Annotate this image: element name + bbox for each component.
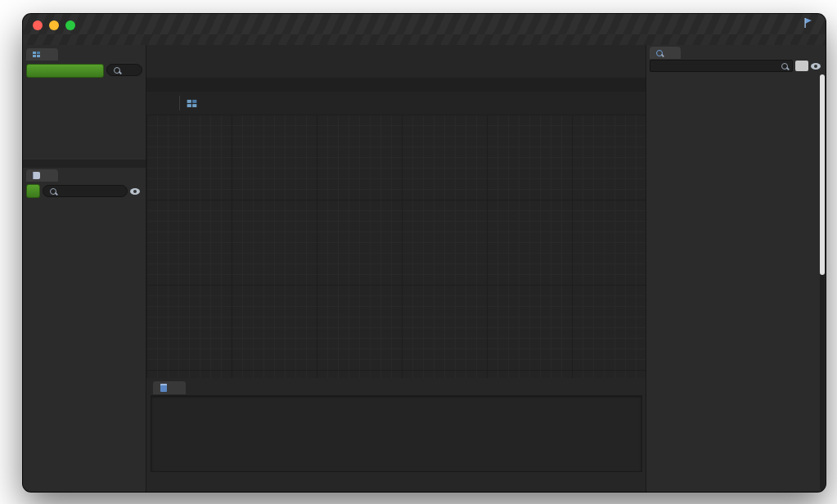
breadcrumb	[146, 92, 646, 115]
minimize-window-button[interactable]	[49, 20, 59, 30]
left-panel	[23, 45, 146, 492]
search-icon	[781, 63, 788, 70]
property-matrix-button[interactable]	[795, 61, 808, 71]
tab-my-blueprint[interactable]	[26, 169, 58, 182]
details-filter-button[interactable]	[811, 63, 822, 70]
graph-tab-bar	[146, 78, 646, 92]
eye-filter-icon[interactable]	[130, 188, 140, 195]
eye-filter-icon	[811, 63, 821, 70]
blueprint-flag-icon	[803, 17, 814, 29]
graph-icon	[187, 99, 197, 106]
close-window-button[interactable]	[33, 20, 43, 30]
compiler-output-area	[151, 395, 642, 472]
tab-components[interactable]	[26, 48, 58, 61]
center-panel	[146, 45, 646, 492]
details-icon	[656, 50, 663, 56]
sub-title-bar	[23, 34, 826, 45]
tab-compiler-results[interactable]	[153, 381, 186, 394]
parent-class-row	[811, 34, 814, 43]
details-scrollbar[interactable]	[820, 74, 825, 490]
details-sections	[646, 73, 819, 492]
book-icon	[33, 172, 40, 179]
add-component-button[interactable]	[26, 64, 104, 78]
zoom-window-button[interactable]	[65, 20, 75, 30]
title-bar	[23, 14, 826, 34]
components-search-input[interactable]	[106, 64, 142, 76]
document-icon	[160, 384, 167, 392]
my-blueprint-search-input[interactable]	[43, 185, 128, 197]
blueprint-editor-window	[23, 14, 826, 492]
traffic-lights	[33, 20, 75, 30]
search-icon	[114, 67, 120, 74]
search-icon	[50, 188, 56, 195]
add-new-button[interactable]	[26, 184, 40, 198]
details-panel	[646, 45, 826, 492]
scrollbar-thumb[interactable]	[820, 74, 825, 275]
toolbar	[146, 45, 646, 79]
event-graph-canvas[interactable]	[146, 115, 646, 378]
components-icon	[33, 52, 40, 57]
details-search-input[interactable]	[650, 60, 793, 72]
compiler-results-panel	[146, 378, 646, 492]
tab-details[interactable]	[650, 47, 681, 59]
